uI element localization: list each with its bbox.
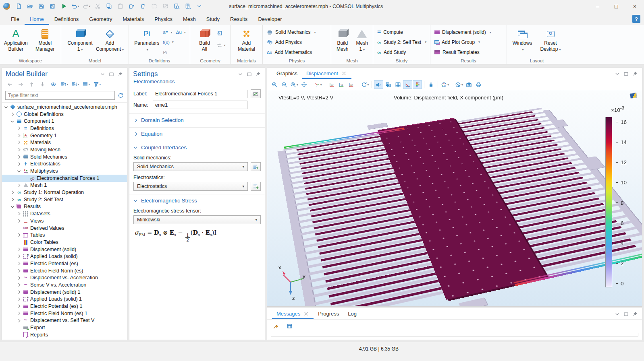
- tree-item-electric-potential-es[interactable]: Electric Potential (es): [2, 260, 127, 267]
- color-palette-button[interactable]: ▾: [440, 80, 450, 89]
- image-snapshot-button[interactable]: [464, 80, 474, 89]
- tree-expand-arrow[interactable]: [17, 320, 21, 322]
- parameters-button[interactable]: Parameters: [132, 27, 161, 58]
- solid-mechanics-select[interactable]: Solid Mechanics ▾: [133, 162, 248, 171]
- customize-toolbar-chevron-button[interactable]: [194, 1, 204, 11]
- menu-tab-home[interactable]: Home: [25, 13, 49, 25]
- tree-item-mesh-1[interactable]: Mesh 1: [2, 182, 127, 189]
- solid-mechanics-button[interactable]: Solid Mechanics: [265, 27, 328, 37]
- view-xy-button[interactable]: xy: [327, 80, 337, 89]
- menu-tab-materials[interactable]: Materials: [117, 13, 149, 25]
- tree-expand-arrow[interactable]: [17, 127, 21, 130]
- tree-expand-arrow[interactable]: [17, 248, 21, 251]
- reset-desktop-button[interactable]: Reset Desktop: [536, 27, 565, 58]
- view-xz-button[interactable]: xz: [347, 80, 356, 89]
- show-button[interactable]: [48, 79, 58, 89]
- add-mathematics-button[interactable]: Add Mathematics: [265, 47, 328, 57]
- name-field[interactable]: [153, 101, 247, 109]
- view-yz-button[interactable]: yz: [337, 80, 346, 89]
- tree-item-derived-values[interactable]: Derived Values: [2, 225, 127, 232]
- float-panel-icon[interactable]: [108, 71, 114, 77]
- collapse-panel-icon[interactable]: [237, 71, 243, 77]
- tree-item-displacement-solid[interactable]: Displacement (solid): [2, 246, 127, 253]
- tree-item-geometry-1[interactable]: Geometry 1: [2, 132, 127, 139]
- duplicate-button[interactable]: [127, 1, 137, 11]
- tree-expand-arrow[interactable]: [17, 270, 21, 272]
- tree-item-electromechanical-forces-1[interactable]: Electromechanical Forces 1: [2, 175, 127, 182]
- collapse-panel-icon[interactable]: [614, 311, 620, 317]
- move-down-button[interactable]: [37, 79, 48, 89]
- save-as-button[interactable]: [48, 1, 58, 11]
- tree-item-global-definitions[interactable]: Global Definitions: [2, 111, 127, 118]
- tree-collapse-arrow[interactable]: [10, 206, 15, 207]
- tree-item-electrostatics[interactable]: Electrostatics: [2, 161, 127, 168]
- back-button[interactable]: [5, 79, 15, 89]
- result-templates-button[interactable]: Result Templates: [433, 47, 504, 57]
- rotate-button[interactable]: ▾: [360, 80, 370, 89]
- model-manager-button[interactable]: Model Manager: [31, 27, 60, 58]
- open-file-button[interactable]: [25, 1, 35, 11]
- tree-item-export[interactable]: Export: [2, 324, 127, 331]
- section-electromagnetic-stress[interactable]: Electromagnetic Stress: [129, 194, 265, 204]
- tree-item-applied-loads-solid-1[interactable]: Applied Loads (solid) 1: [2, 296, 127, 303]
- show-axis-orientation-button[interactable]: [403, 80, 412, 89]
- lock-axis-button[interactable]: [426, 80, 436, 89]
- tree-item-electric-field-norm-es[interactable]: Electric Field Norm (es): [2, 267, 127, 274]
- tree-expand-arrow[interactable]: [17, 234, 21, 236]
- add-component-button[interactable]: Add Component: [96, 27, 125, 58]
- close-tab-icon[interactable]: [341, 70, 347, 76]
- section-coupled-interfaces[interactable]: Coupled Interfaces: [129, 141, 265, 151]
- tree-item-color-tables[interactable]: Color Tables: [2, 239, 127, 246]
- add-material-button[interactable]: Add Material: [232, 27, 261, 58]
- mesh-1-button[interactable]: Mesh 1: [353, 27, 371, 58]
- tree-item-reports[interactable]: Reports: [2, 331, 127, 338]
- collapse-panel-icon[interactable]: [614, 71, 620, 77]
- transparency-button[interactable]: [384, 80, 393, 89]
- expand-order-down-button[interactable]: ▾: [70, 79, 80, 89]
- plot-area[interactable]: VtestL=0 V, VtestR=2 V Volume: Displacem…: [267, 90, 642, 306]
- menu-tab-file[interactable]: File: [6, 13, 25, 25]
- tree-collapse-arrow[interactable]: [10, 121, 15, 122]
- tree-item-materials[interactable]: Materials: [2, 139, 127, 146]
- tree-item-electric-potential-es-1[interactable]: Electric Potential (es) 1: [2, 303, 127, 310]
- tab-log[interactable]: Log: [343, 308, 361, 319]
- tree-item-definitions[interactable]: Definitions: [2, 125, 127, 132]
- environment-reflections-button[interactable]: ▾: [454, 80, 464, 89]
- tree-item-displacement-vs-self-test-v[interactable]: Displacement vs. Self Test V: [2, 317, 127, 324]
- run-button[interactable]: [59, 1, 69, 11]
- tree-item-displacement-solid-1[interactable]: Displacement (solid) 1: [2, 289, 127, 296]
- zoom-in-button[interactable]: [270, 80, 279, 89]
- section-domain-selection[interactable]: Domain Selection: [129, 113, 265, 124]
- tree-expand-arrow[interactable]: [17, 220, 21, 222]
- tree-item-study-1-normal-operation[interactable]: Study 1: Normal Operation: [2, 189, 127, 196]
- tab-messages[interactable]: Messages: [272, 308, 314, 319]
- tree-expand-arrow[interactable]: [10, 113, 15, 116]
- menu-tab-mesh[interactable]: Mesh: [178, 13, 201, 25]
- tree-expand-arrow[interactable]: [17, 305, 21, 307]
- zoom-out-button[interactable]: [280, 80, 289, 89]
- tree-item-surface-micromachined-accelerometer-mph[interactable]: surface_micromachined_accelerometer.mph: [2, 103, 127, 111]
- tree-expand-arrow[interactable]: [17, 156, 21, 158]
- tree-expand-arrow[interactable]: [17, 298, 21, 301]
- float-panel-icon[interactable]: [623, 71, 629, 77]
- show-color-legend-button[interactable]: [413, 80, 422, 89]
- float-panel-icon[interactable]: [623, 311, 629, 317]
- help-button[interactable]: ?: [632, 15, 640, 23]
- add-electrostatics-interface-button[interactable]: [251, 182, 261, 191]
- tree-item-component-1[interactable]: Component 1: [2, 118, 127, 125]
- tree-item-displacement-vs-acceleration[interactable]: Displacement vs. Acceleration: [2, 274, 127, 282]
- nonlocal-couplings-button[interactable]: Δu: [176, 28, 186, 36]
- tree-expand-arrow[interactable]: [17, 141, 21, 144]
- menu-tab-physics[interactable]: Physics: [149, 13, 178, 25]
- filter-input[interactable]: [5, 91, 115, 100]
- functions-button[interactable]: f(x): [163, 38, 174, 46]
- clear-messages-button[interactable]: [271, 321, 281, 331]
- rebuild-button[interactable]: [216, 42, 225, 48]
- float-panel-icon[interactable]: [246, 71, 252, 77]
- tree-expand-arrow[interactable]: [10, 191, 15, 194]
- label-field[interactable]: [153, 90, 247, 98]
- add-study-button[interactable]: Add Study: [376, 47, 428, 57]
- tab-graphics[interactable]: Graphics: [272, 68, 302, 79]
- component-1-button[interactable]: Component 1: [66, 27, 95, 58]
- tree-collapse-arrow[interactable]: [4, 107, 8, 108]
